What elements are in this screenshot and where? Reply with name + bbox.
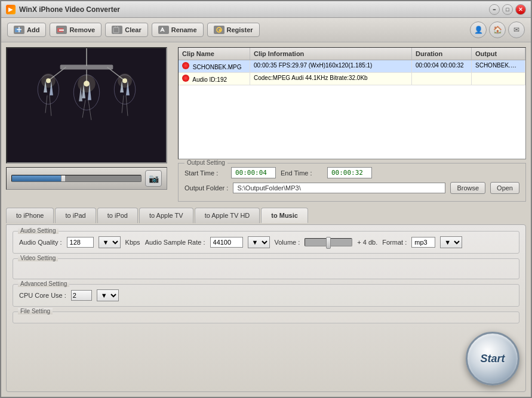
row-duration: 00:00:04 00:00:32 (412, 60, 472, 72)
rename-icon (158, 26, 169, 34)
end-time-label: End Time : (281, 169, 322, 177)
add-label: Add (27, 26, 39, 33)
svg-rect-5 (113, 27, 119, 33)
svg-rect-0 (15, 28, 21, 32)
file-indicator (182, 62, 189, 69)
svg-rect-13 (60, 65, 113, 70)
advanced-settings-title: Advanced Setting (18, 280, 69, 287)
tabs-container: to iPhone to iPad to iPod to Apple TV to… (6, 208, 526, 223)
col-clip-name: Clip Name (179, 48, 250, 60)
preview-controls: 📷 (6, 167, 167, 190)
maximize-button[interactable]: □ (502, 4, 513, 15)
progress-fill (12, 175, 63, 181)
minimize-button[interactable]: − (489, 4, 500, 15)
remove-icon (56, 26, 67, 34)
cpu-input[interactable] (71, 290, 92, 301)
home-icon-button[interactable]: 🏠 (489, 21, 506, 38)
audio-quality-input[interactable] (67, 237, 94, 248)
format-label: Format : (382, 239, 407, 246)
svg-point-30 (41, 73, 56, 88)
folder-row: Output Folder : Browse Open (184, 182, 519, 194)
folder-input[interactable] (233, 183, 445, 193)
format-input[interactable] (411, 237, 435, 248)
rename-button[interactable]: Rename (152, 23, 204, 37)
close-button[interactable]: ✕ (515, 4, 526, 15)
col-output: Output (472, 48, 525, 60)
svg-text:★: ★ (218, 28, 222, 32)
volume-slider[interactable] (305, 238, 352, 246)
audio-settings-group: Audio Setting Audio Quality : ▼ Kbps Aud… (13, 231, 519, 254)
format-select[interactable]: ▼ (440, 236, 462, 248)
table-row[interactable]: Audio ID:192 Codec:MPEG Audi 44.1KHz Bit… (179, 73, 525, 85)
browse-button[interactable]: Browse (450, 182, 485, 194)
audio-quality-label: Audio Quality : (19, 239, 62, 246)
title-bar: ▶ WinX iPhone Video Converter − □ ✕ (1, 1, 531, 18)
row-clip-info: Codec:MPEG Audi 44.1KHz Bitrate:32.0Kb (250, 73, 412, 85)
seek-bar[interactable] (11, 175, 142, 182)
audio-quality-select[interactable]: ▼ (99, 236, 121, 248)
volume-label: Volume : (275, 239, 300, 246)
start-time-input[interactable] (231, 167, 276, 178)
sample-rate-input[interactable] (210, 237, 243, 248)
tab-to-music[interactable]: to Music (261, 208, 308, 223)
window-controls: − □ ✕ (489, 4, 526, 15)
tab-to-appletv[interactable]: to Apple TV (139, 208, 193, 223)
volume-thumb[interactable] (326, 237, 331, 249)
tab-to-appletv-hd[interactable]: to Apple TV HD (195, 208, 260, 223)
screenshot-button[interactable]: 📷 (145, 170, 162, 187)
file-settings-group: File Setting (13, 311, 519, 323)
window-title: WinX iPhone Video Converter (19, 5, 120, 14)
video-settings-title: Video Setting (18, 255, 58, 261)
tab-to-ipod[interactable]: to iPod (97, 208, 138, 223)
video-preview (6, 47, 167, 163)
end-time-input[interactable] (327, 167, 372, 178)
folder-label: Output Folder : (184, 184, 228, 192)
file-list-header: Clip Name Clip Information Duration Outp… (179, 48, 525, 60)
kbps-label: Kbps (125, 239, 140, 246)
remove-button[interactable]: Remove (50, 23, 102, 37)
bottom-section: Audio Setting Audio Quality : ▼ Kbps Aud… (6, 224, 526, 392)
svg-point-32 (118, 73, 132, 88)
start-button[interactable]: Start (466, 332, 519, 385)
time-row: Start Time : End Time : (184, 167, 519, 178)
tab-to-ipad[interactable]: to iPad (55, 208, 96, 223)
row-clip-info: 00:00:35 FPS:29.97 (WxH)160x120(1.185:1) (250, 60, 412, 72)
progress-thumb[interactable] (61, 175, 66, 182)
left-panel: 📷 (6, 47, 173, 202)
output-settings-title: Output Setting (184, 159, 227, 166)
col-duration: Duration (412, 48, 472, 60)
clear-icon (112, 26, 122, 34)
main-content: 📷 Clip Name Clip Information Duration Ou… (1, 42, 531, 206)
file-list: Clip Name Clip Information Duration Outp… (178, 47, 526, 159)
video-settings-group: Video Setting (13, 258, 519, 279)
cpu-label: CPU Core Use : (19, 292, 66, 299)
register-button[interactable]: ★ Register (207, 23, 260, 37)
tab-to-iphone[interactable]: to iPhone (6, 208, 54, 223)
remove-label: Remove (69, 26, 95, 33)
tabs-section: to iPhone to iPad to iPod to Apple TV to… (1, 208, 531, 223)
user-icon-button[interactable]: 👤 (470, 21, 487, 38)
clear-label: Clear (125, 26, 142, 33)
cpu-select[interactable]: ▼ (97, 289, 119, 301)
col-clip-info: Clip Information (250, 48, 412, 60)
mail-icon-button[interactable]: ✉ (508, 21, 525, 38)
svg-point-31 (78, 75, 96, 92)
audio-settings-row: Audio Quality : ▼ Kbps Audio Sample Rate… (19, 236, 513, 248)
row-clip-name: SCHONBEK.MPG (179, 60, 250, 72)
advanced-settings-group: Advanced Setting CPU Core Use : ▼ (13, 284, 519, 307)
title-bar-left: ▶ WinX iPhone Video Converter (6, 5, 120, 14)
row-output (472, 73, 525, 85)
clear-button[interactable]: Clear (105, 23, 148, 37)
register-label: Register (227, 26, 253, 33)
output-settings: Output Setting Start Time : End Time : O… (178, 163, 526, 202)
open-button[interactable]: Open (490, 182, 519, 194)
toolbar-right: 👤 🏠 ✉ (470, 21, 525, 38)
right-panel: Clip Name Clip Information Duration Outp… (178, 47, 526, 202)
row-clip-name: Audio ID:192 (179, 73, 250, 85)
sample-rate-label: Audio Sample Rate : (145, 239, 205, 246)
add-button[interactable]: Add (7, 23, 46, 37)
sample-rate-select[interactable]: ▼ (248, 236, 270, 248)
table-row[interactable]: SCHONBEK.MPG 00:00:35 FPS:29.97 (WxH)160… (179, 60, 525, 73)
app-icon: ▶ (6, 5, 16, 14)
audio-settings-title: Audio Setting (18, 227, 59, 234)
